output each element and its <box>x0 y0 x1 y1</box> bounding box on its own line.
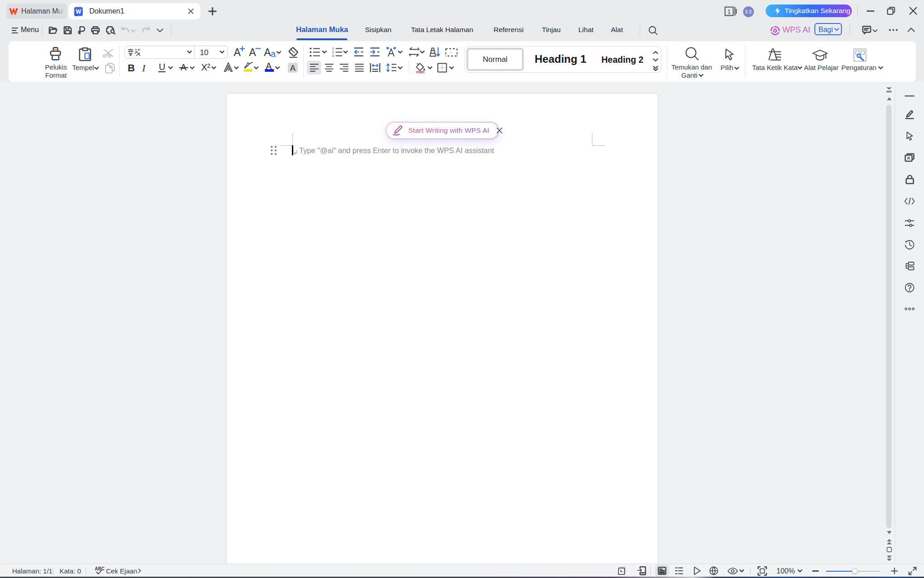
svg-text:3: 3 <box>332 54 334 57</box>
svg-text:1: 1 <box>727 8 731 15</box>
svg-text:ABC: ABC <box>95 566 105 571</box>
